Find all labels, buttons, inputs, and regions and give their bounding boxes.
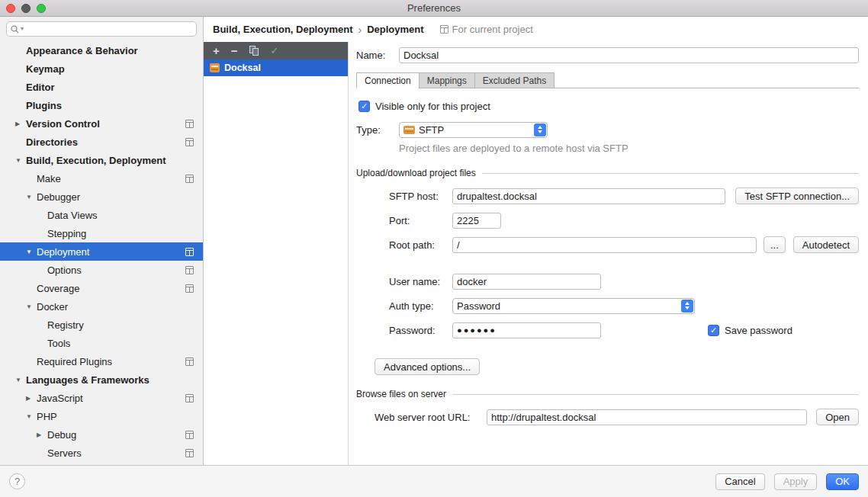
sidebar-item-build-execution-deployment[interactable]: ▼Build, Execution, Deployment: [0, 151, 203, 169]
use-as-default-button[interactable]: ✓: [271, 46, 279, 56]
sidebar-item-editor[interactable]: Editor: [0, 78, 203, 96]
sidebar-item-label: Version Control: [26, 118, 100, 130]
window-title: Preferences: [0, 0, 868, 16]
root-path-label: Root path:: [389, 239, 452, 251]
sidebar-item-label: Tools: [47, 338, 70, 349]
sidebar-item-debug[interactable]: ▶Debug: [0, 425, 203, 444]
breadcrumb: Build, Execution, Deployment › Deploymen…: [204, 17, 868, 42]
copy-server-button[interactable]: [249, 46, 259, 56]
chevron-right-icon[interactable]: ▶: [26, 395, 37, 402]
port-input[interactable]: [452, 213, 501, 229]
upload-section-header: Upload/download project files: [356, 168, 859, 178]
sidebar-item-tools[interactable]: Tools: [0, 334, 203, 352]
zoom-button[interactable]: [37, 4, 46, 13]
current-project-icon: [185, 266, 194, 274]
web-root-input[interactable]: [487, 409, 807, 425]
save-password-checkbox[interactable]: [708, 325, 719, 336]
sidebar-item-label: Appearance & Behavior: [26, 45, 138, 56]
chevron-down-icon[interactable]: ▼: [15, 157, 26, 164]
sidebar-item-javascript[interactable]: ▶JavaScript: [0, 389, 203, 407]
chevron-down-icon[interactable]: ▼: [26, 303, 37, 310]
server-list-panel: + − ✓ Docksal: [204, 42, 349, 465]
sidebar-item-registry[interactable]: Registry: [0, 316, 203, 334]
tab-mappings[interactable]: Mappings: [419, 72, 475, 88]
sidebar-item-label: Keymap: [26, 63, 65, 75]
server-list-item-docksal[interactable]: Docksal: [204, 59, 348, 76]
sidebar-item-docker[interactable]: ▼Docker: [0, 297, 203, 316]
current-project-icon: [185, 358, 194, 366]
sidebar-item-label: PHP: [37, 411, 57, 422]
server-toolbar: + − ✓: [204, 42, 348, 59]
advanced-options-button[interactable]: Advanced options...: [375, 358, 480, 375]
chevron-right-icon[interactable]: ▶: [37, 431, 47, 438]
sidebar-item-label: Languages & Frameworks: [26, 374, 149, 386]
sidebar-item-debugger[interactable]: ▼Debugger: [0, 188, 203, 206]
sidebar-item-servers[interactable]: Servers: [0, 444, 203, 462]
password-input[interactable]: [452, 322, 601, 338]
add-server-button[interactable]: +: [213, 45, 220, 56]
sidebar-item-deployment[interactable]: ▼Deployment: [0, 242, 203, 261]
sidebar-item-coverage[interactable]: Coverage: [0, 279, 203, 297]
chevron-down-icon[interactable]: ▼: [15, 377, 26, 383]
chevron-down-icon[interactable]: ▼: [26, 248, 37, 255]
type-label: Type:: [356, 124, 399, 136]
sidebar-item-label: Editor: [26, 82, 55, 93]
type-select[interactable]: SFTP: [399, 122, 548, 138]
deployment-form: Name: Connection Mappings Excluded Paths…: [349, 42, 868, 465]
current-project-icon: [185, 248, 194, 256]
browse-section-header: Browse files on server: [356, 389, 859, 399]
breadcrumb-category: Build, Execution, Deployment: [213, 24, 352, 35]
chevron-down-icon[interactable]: ▼: [26, 194, 37, 200]
copy-icon: [252, 48, 259, 56]
search-icon: [11, 25, 19, 34]
open-button[interactable]: Open: [816, 409, 859, 425]
tab-excluded-paths[interactable]: Excluded Paths: [474, 72, 555, 88]
apply-button[interactable]: Apply: [774, 473, 818, 490]
sidebar-item-label: Build, Execution, Deployment: [26, 155, 166, 166]
settings-search-input[interactable]: ▾: [6, 21, 197, 37]
sidebar-item-php[interactable]: ▼PHP: [0, 407, 203, 425]
minimize-button[interactable]: [21, 4, 31, 13]
tab-connection[interactable]: Connection: [356, 72, 420, 88]
root-path-input[interactable]: [452, 237, 757, 253]
sidebar-item-stepping[interactable]: Stepping: [0, 224, 203, 242]
cancel-button[interactable]: Cancel: [715, 473, 764, 490]
test-sftp-connection-button[interactable]: Test SFTP connection...: [735, 188, 859, 204]
autodetect-button[interactable]: Autodetect: [793, 236, 859, 253]
visible-only-checkbox[interactable]: [358, 101, 370, 112]
auth-type-select[interactable]: Password: [452, 298, 695, 314]
chevron-right-icon[interactable]: ▶: [15, 120, 26, 127]
sidebar-item-appearance-behavior[interactable]: Appearance & Behavior: [0, 41, 203, 59]
browse-root-path-button[interactable]: ...: [764, 236, 786, 253]
sidebar-item-label: Docker: [37, 301, 68, 313]
chevron-down-icon[interactable]: ▼: [26, 413, 37, 420]
sidebar-item-make[interactable]: Make: [0, 169, 203, 188]
ok-button[interactable]: OK: [826, 473, 859, 490]
port-label: Port:: [389, 215, 452, 226]
save-password-label: Save password: [725, 325, 792, 336]
sftp-host-input[interactable]: [452, 188, 725, 204]
current-project-icon: [185, 394, 194, 402]
sidebar-item-languages-frameworks[interactable]: ▼Languages & Frameworks: [0, 370, 203, 389]
sidebar-item-label: Directories: [26, 136, 78, 148]
name-input[interactable]: [399, 47, 859, 63]
form-tabs: Connection Mappings Excluded Paths: [356, 72, 859, 88]
sidebar-item-directories[interactable]: Directories: [0, 133, 203, 151]
current-project-icon: [185, 138, 194, 146]
current-project-label: For current project: [452, 24, 533, 35]
help-button[interactable]: ?: [9, 473, 25, 489]
sidebar-item-plugins[interactable]: Plugins: [0, 96, 203, 114]
sidebar-item-keymap[interactable]: Keymap: [0, 59, 203, 78]
type-hint-text: Project files are deployed to a remote h…: [399, 143, 859, 154]
current-project-icon: [185, 175, 194, 183]
combo-stepper-icon: [681, 300, 693, 313]
remove-server-button[interactable]: −: [231, 45, 238, 56]
sidebar-item-version-control[interactable]: ▶Version Control: [0, 114, 203, 133]
sidebar-item-required-plugins[interactable]: Required Plugins: [0, 352, 203, 370]
close-button[interactable]: [6, 4, 15, 13]
sidebar-item-options[interactable]: Options: [0, 261, 203, 279]
user-name-label: User name:: [389, 276, 452, 287]
sidebar-item-label: JavaScript: [37, 393, 83, 404]
user-name-input[interactable]: [452, 274, 601, 290]
sidebar-item-data-views[interactable]: Data Views: [0, 206, 203, 224]
